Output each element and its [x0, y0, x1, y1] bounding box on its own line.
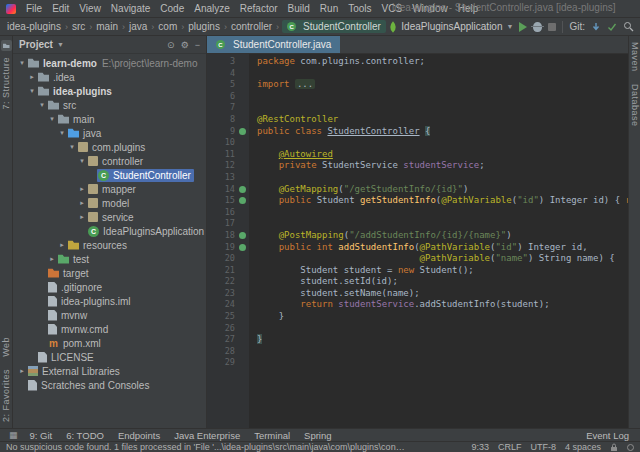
git-update-icon[interactable]: [591, 22, 601, 32]
tree-item-idea[interactable]: ▸.idea: [13, 70, 206, 84]
line-number[interactable]: 26: [215, 323, 235, 335]
chevron-down-icon[interactable]: ▼: [57, 41, 64, 48]
code-text[interactable]: [249, 102, 628, 114]
menu-item-edit[interactable]: Edit: [47, 3, 74, 14]
tree-item-pom-xml[interactable]: mpom.xml: [13, 336, 206, 350]
code-text[interactable]: }: [249, 311, 628, 323]
tree-collapse-arrow-icon[interactable]: ▾: [17, 59, 27, 67]
toolwindow-switcher-icon[interactable]: ▦: [4, 430, 23, 440]
line-number[interactable]: 12: [215, 160, 235, 172]
tree-collapse-arrow-icon[interactable]: ▾: [67, 143, 77, 151]
line-number[interactable]: 21: [215, 265, 235, 277]
line-number[interactable]: 17: [215, 218, 235, 230]
code-text[interactable]: @PostMapping("/addStudentInfo/{id}/{name…: [249, 230, 628, 242]
line-number[interactable]: 13: [215, 172, 235, 184]
tree-item-service[interactable]: ▸service: [13, 210, 206, 224]
code-text[interactable]: [249, 207, 628, 219]
toolwindow-button-9-git[interactable]: 9: Git: [23, 430, 60, 441]
breadcrumb-item-java[interactable]: java: [128, 21, 148, 32]
toolwindow-button-database[interactable]: Database: [630, 84, 640, 127]
tree-expand-arrow-icon[interactable]: ▸: [77, 213, 87, 221]
line-number[interactable]: 18: [215, 230, 235, 242]
locate-file-icon[interactable]: ⊙: [167, 40, 175, 50]
code-text[interactable]: [249, 137, 628, 149]
line-number[interactable]: 28: [215, 346, 235, 358]
breadcrumb-item-plugins[interactable]: plugins: [187, 21, 221, 32]
toolwindow-button-web[interactable]: Web: [1, 337, 11, 357]
project-toolwindow-button[interactable]: [1, 40, 12, 51]
code-text[interactable]: @Autowired: [249, 149, 628, 161]
tree-item-idea-plugins-iml[interactable]: idea-plugins.iml: [13, 294, 206, 308]
breadcrumb-item-controller[interactable]: controller: [230, 21, 273, 32]
toolwindow-button-7-structure[interactable]: 7: Structure: [1, 57, 11, 110]
line-number[interactable]: 5: [215, 79, 235, 91]
tree-item-ideapluginsapplication[interactable]: CIdeaPluginsApplication: [13, 224, 206, 238]
tree-item-license[interactable]: LICENSE: [13, 350, 206, 364]
run-configuration-select[interactable]: IdeaPluginsApplication ▼: [389, 21, 513, 32]
tree-collapse-arrow-icon[interactable]: ▾: [77, 157, 87, 165]
line-number[interactable]: 16: [215, 207, 235, 219]
line-number[interactable]: 22: [215, 276, 235, 288]
line-number[interactable]: 29: [215, 357, 235, 369]
tree-item-learn-demo[interactable]: ▾learn-demoE:\project\learn-demo: [13, 56, 206, 70]
menu-item-build[interactable]: Build: [283, 3, 315, 14]
breadcrumb-item-idea-plugins[interactable]: idea-plugins: [6, 21, 62, 32]
spring-bean-gutter-icon[interactable]: [239, 197, 246, 204]
code-text[interactable]: Student student = new Student();: [249, 265, 628, 277]
menu-item-analyze[interactable]: Analyze: [189, 3, 235, 14]
stop-button[interactable]: [548, 23, 556, 31]
line-number[interactable]: 19: [215, 242, 235, 254]
spring-bean-gutter-icon[interactable]: [239, 128, 246, 135]
toolwindow-button-terminal[interactable]: Terminal: [247, 430, 297, 441]
run-button[interactable]: [519, 22, 527, 32]
line-number[interactable]: 24: [215, 299, 235, 311]
toolwindow-button-endpoints[interactable]: Endpoints: [111, 430, 167, 441]
code-text[interactable]: import ...: [249, 79, 628, 91]
git-commit-icon[interactable]: [607, 22, 617, 32]
line-number[interactable]: 14: [215, 184, 235, 196]
tree-expand-arrow-icon[interactable]: ▸: [27, 73, 37, 81]
code-text[interactable]: [249, 218, 628, 230]
tree-collapse-arrow-icon[interactable]: ▾: [57, 129, 67, 137]
line-number[interactable]: 23: [215, 288, 235, 300]
line-number[interactable]: 25: [215, 311, 235, 323]
code-text[interactable]: [249, 91, 628, 103]
code-text[interactable]: package com.plugins.controller;: [249, 56, 628, 68]
code-text[interactable]: public int addStudentInfo(@PathVariable(…: [249, 242, 628, 254]
tree-item-target[interactable]: target: [13, 266, 206, 280]
line-number[interactable]: 20: [215, 253, 235, 265]
code-text[interactable]: [249, 357, 628, 369]
breadcrumb-item-class[interactable]: CStudentController: [282, 20, 386, 33]
toolwindow-button-maven[interactable]: Maven: [630, 42, 640, 72]
indent-config[interactable]: 4 spaces: [565, 442, 601, 452]
menu-item-navigate[interactable]: Navigate: [106, 3, 155, 14]
code-text[interactable]: @GetMapping("/getStudentInfo/{id}"): [249, 184, 628, 196]
tree-collapse-arrow-icon[interactable]: ▾: [27, 87, 37, 95]
code-editor[interactable]: 3package com.plugins.controller;45import…: [207, 54, 628, 428]
toolwindow-button-java-enterprise[interactable]: Java Enterprise: [167, 430, 247, 441]
tree-expand-arrow-icon[interactable]: ▸: [57, 241, 67, 249]
toolwindow-button-6-todo[interactable]: 6: TODO: [59, 430, 111, 441]
tree-item-test[interactable]: ▸test: [13, 252, 206, 266]
tree-item-model[interactable]: ▸model: [13, 196, 206, 210]
code-text[interactable]: private StudentService studentService;: [249, 160, 628, 172]
tree-item-idea-plugins[interactable]: ▾idea-plugins: [13, 84, 206, 98]
breadcrumb-item-com[interactable]: com: [157, 21, 178, 32]
lock-icon[interactable]: [610, 443, 618, 452]
code-text[interactable]: }: [249, 334, 628, 346]
gear-icon[interactable]: ⚙: [181, 40, 189, 50]
code-text[interactable]: public Student getStudentInfo(@PathVaria…: [249, 195, 628, 207]
tree-expand-arrow-icon[interactable]: ▸: [77, 185, 87, 193]
menu-item-code[interactable]: Code: [155, 3, 189, 14]
debug-button[interactable]: [533, 22, 542, 32]
tree-expand-arrow-icon[interactable]: ▸: [77, 199, 87, 207]
code-text[interactable]: [249, 346, 628, 358]
code-text[interactable]: @PathVariable("name") String name) {: [249, 253, 628, 265]
code-text[interactable]: student.setId(id);: [249, 276, 628, 288]
tree-item-external-libraries[interactable]: ▸External Libraries: [13, 364, 206, 378]
tree-item-java[interactable]: ▾java: [13, 126, 206, 140]
breadcrumb-item-main[interactable]: main: [95, 21, 119, 32]
spring-bean-gutter-icon[interactable]: [239, 186, 246, 193]
line-number[interactable]: 6: [215, 91, 235, 103]
code-text[interactable]: @RestController: [249, 114, 628, 126]
